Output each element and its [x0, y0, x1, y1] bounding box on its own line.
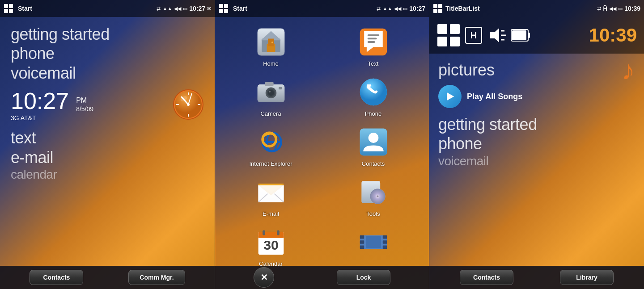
panel-3-time-large: 10:39: [589, 25, 637, 46]
clock-display: 10:27 3G AT&T: [11, 88, 69, 121]
p2-arrows-icon: ⇄: [377, 6, 381, 12]
windows-logo-icon-p2: [219, 4, 229, 13]
svg-rect-78: [437, 24, 447, 34]
phone-app-label: Phone: [365, 110, 382, 117]
ie-app-label: Internet Explorer: [249, 160, 292, 167]
svg-rect-27: [367, 34, 379, 36]
play-all-songs-row[interactable]: Play All Songs: [438, 85, 635, 108]
menu-item-phone[interactable]: phone: [11, 44, 204, 63]
panel-3-large-icons: H: [436, 23, 530, 47]
app-email[interactable]: E-mail: [221, 173, 320, 220]
menu-item-voicemail[interactable]: voicemail: [11, 64, 204, 82]
ie-icon: [255, 126, 287, 158]
panel-3-time-small: 10:39: [624, 5, 640, 12]
camera-app-icon: [256, 77, 286, 107]
film-app-icon: [358, 227, 389, 257]
app-calendar[interactable]: 30 Calendar: [221, 223, 320, 270]
svg-rect-77: [438, 9, 442, 13]
volume-icon: ◀◀: [174, 6, 181, 12]
svg-rect-2: [4, 9, 8, 13]
panel-2-title: Start: [233, 5, 374, 12]
p3-menu-item-getting-started[interactable]: getting started: [438, 115, 635, 134]
contacts-app-label: Contacts: [362, 160, 385, 167]
svg-rect-67: [360, 235, 364, 239]
panel-2: Start ⇄ ▲▲ ◀◀ ▭ 10:27: [215, 0, 429, 289]
panel-3-title: TitleBarList: [445, 5, 594, 12]
tools-icon: [357, 176, 390, 208]
clock-network: 3G AT&T: [11, 114, 69, 121]
app-camera[interactable]: Camera: [221, 73, 320, 120]
app-film[interactable]: [324, 223, 423, 270]
svg-point-35: [268, 90, 274, 96]
p3-menu-item-voicemail[interactable]: voicemail: [438, 154, 635, 168]
svg-rect-0: [4, 4, 8, 8]
windows-logo-large-icon: [436, 23, 461, 47]
phone-app-icon: [358, 77, 389, 107]
email-app-label: E-mail: [263, 210, 279, 217]
p2-signal-icon: ▲▲: [382, 6, 392, 11]
volume-large-icon: [487, 25, 506, 45]
svg-rect-15: [224, 4, 228, 8]
lock-button[interactable]: Lock: [337, 270, 390, 285]
p3-arrows-icon: ⇄: [597, 6, 601, 12]
menu-item-text[interactable]: text: [11, 129, 204, 147]
panel-3-large-status-row: H 10:39: [429, 17, 644, 54]
phone-icon: [357, 76, 390, 108]
p3-menu-item-phone[interactable]: phone: [438, 134, 635, 153]
svg-text:30: 30: [263, 238, 279, 252]
email-icon: [255, 176, 287, 208]
svg-rect-1: [9, 4, 13, 8]
svg-rect-32: [265, 82, 273, 86]
svg-marker-89: [447, 92, 454, 101]
app-grid: Home Text: [220, 21, 424, 272]
svg-rect-68: [360, 240, 364, 244]
windows-logo-icon: [4, 4, 13, 13]
svg-rect-64: [263, 230, 265, 235]
clock-ampm: PM: [76, 96, 93, 105]
app-text[interactable]: Text: [324, 23, 423, 70]
svg-marker-82: [490, 28, 499, 42]
play-button[interactable]: [438, 85, 462, 108]
panel-1: Start ⇄ ▲▲ ◀◀ ▭ 10:27 ✉ getting started …: [0, 0, 215, 289]
text-app-icon: [358, 27, 389, 57]
panel-3-menu-list: getting started phone voicemail: [438, 115, 635, 168]
svg-rect-16: [219, 9, 223, 13]
svg-point-59: [377, 196, 378, 197]
svg-rect-3: [9, 9, 13, 13]
library-button[interactable]: Library: [560, 270, 614, 285]
arrows-icon: ⇄: [157, 6, 161, 12]
menu-item-getting-started[interactable]: getting started: [11, 25, 204, 43]
panel-3-status-bar: TitleBarList ⇄ H̃ ◀◀ ▭ 10:39: [429, 0, 644, 17]
ie-app-icon: [256, 127, 286, 157]
app-home[interactable]: Home: [221, 23, 320, 70]
p3-contacts-button[interactable]: Contacts: [460, 270, 513, 285]
p2-battery-icon: ▭: [403, 6, 407, 12]
h-badge: H: [465, 27, 482, 44]
battery-large-icon: [511, 29, 530, 42]
panel-3-taskbar: Contacts Library: [429, 266, 644, 289]
envelope-flag-icon: ✉: [207, 6, 211, 12]
svg-rect-74: [433, 4, 437, 8]
svg-rect-51: [258, 185, 284, 202]
home-app-icon: [256, 27, 286, 57]
svg-rect-76: [433, 9, 437, 13]
menu-item-email[interactable]: e-mail: [11, 148, 204, 167]
menu-item-calendar[interactable]: calendar: [11, 168, 204, 182]
music-note-icon: ♪: [622, 57, 635, 84]
comm-mgr-button[interactable]: Comm Mgr.: [128, 270, 185, 285]
svg-rect-65: [277, 230, 280, 235]
close-button[interactable]: ✕: [254, 267, 274, 288]
app-contacts[interactable]: Contacts: [324, 123, 423, 170]
windows-logo-icon-p3: [433, 4, 443, 13]
app-phone[interactable]: Phone: [324, 73, 423, 120]
app-ie[interactable]: Internet Explorer: [221, 123, 320, 170]
p3-volume-icon: ◀◀: [609, 6, 616, 12]
pictures-title: pictures: [438, 61, 495, 80]
text-icon: [357, 26, 390, 58]
app-tools[interactable]: Tools: [324, 173, 423, 220]
svg-rect-72: [382, 246, 386, 249]
panel-3-status-icons: ⇄ H̃ ◀◀ ▭ 10:39: [597, 5, 640, 12]
contacts-button[interactable]: Contacts: [30, 270, 83, 285]
svg-rect-17: [224, 9, 228, 13]
p2-volume-icon: ◀◀: [394, 6, 401, 12]
